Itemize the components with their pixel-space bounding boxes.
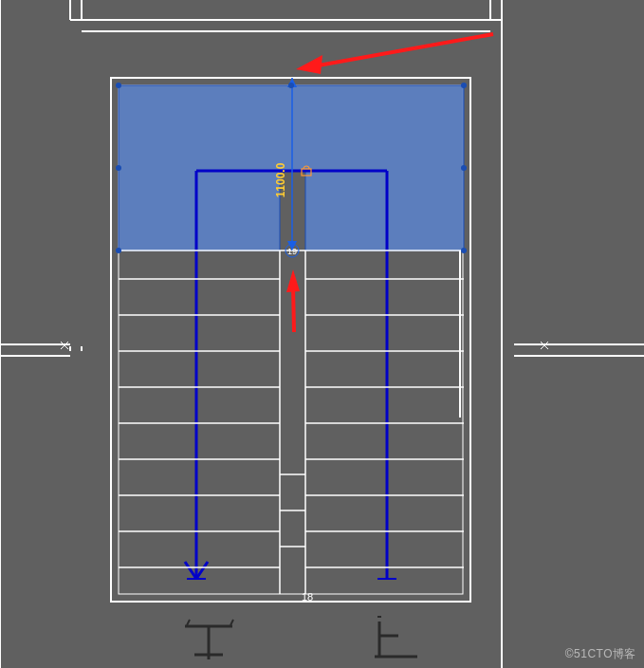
annotation-arrow-top [296, 34, 493, 74]
stair-treads [119, 250, 464, 594]
riser-count-top[interactable]: 19 [285, 244, 299, 257]
annotation-arrow-center [286, 269, 300, 332]
watermark: ©51CTO博客 [565, 646, 636, 662]
stair-direction-symbols [185, 617, 417, 659]
dimension-value[interactable]: 1100.0 [274, 162, 287, 197]
svg-marker-50 [286, 269, 300, 292]
svg-line-47 [313, 34, 493, 66]
svg-point-53 [116, 248, 121, 253]
svg-point-56 [461, 165, 467, 171]
svg-marker-48 [296, 55, 322, 74]
svg-point-52 [461, 83, 467, 88]
svg-line-49 [293, 285, 294, 332]
svg-point-54 [461, 248, 467, 253]
drawing-canvas[interactable]: 1100.0 19 18 [0, 0, 644, 668]
svg-point-57 [288, 83, 294, 88]
selected-landing[interactable] [119, 85, 464, 250]
svg-point-55 [116, 165, 121, 171]
riser-count-bottom: 18 [302, 591, 313, 603]
svg-point-51 [116, 83, 121, 88]
svg-text:19: 19 [287, 247, 297, 256]
